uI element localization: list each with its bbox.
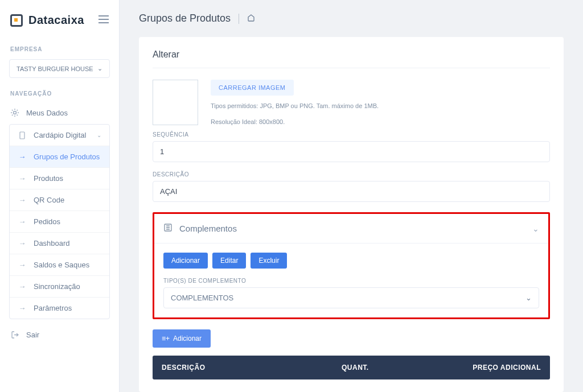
nav-cardapio-digital[interactable]: Cardápio Digital ⌄ [10,125,109,146]
edit-card: Alterar CARREGAR IMAGEM Tipos permitidos… [139,37,564,392]
arrow-right-icon: → [18,282,27,291]
nav-label: Sincronização [34,282,80,291]
brand-logo-icon [10,14,23,27]
nav-grupos-produtos[interactable]: → Grupos de Produtos [10,146,109,167]
chevron-down-icon: ⌄ [525,294,532,302]
complement-type-label: TIPO(S) DE COMPLEMENTO [163,278,539,284]
arrow-right-icon: → [18,196,27,204]
image-placeholder[interactable] [153,80,198,125]
complements-title: Complementos [179,224,237,233]
gear-icon [10,108,19,117]
complements-button-row: Adicionar Editar Excluir [163,253,539,269]
add-row-button[interactable]: ≡+ Adicionar [153,329,211,348]
image-upload-row: CARREGAR IMAGEM Tipos permitidos: JPG, B… [153,80,550,127]
upload-hint-resolution: Resolução Ideal: 800x800. [211,117,550,127]
home-icon[interactable] [247,14,255,23]
plus-list-icon: ≡+ [162,335,170,343]
brand-name: Datacaixa [28,14,84,27]
nav-label: Sair [26,331,39,339]
edit-complement-button[interactable]: Editar [212,253,246,269]
nav-sair[interactable]: Sair [0,324,119,346]
description-label: DESCRIÇÃO [153,171,550,178]
th-description: DESCRIÇÃO [162,364,342,372]
nav-pedidos[interactable]: → Pedidos [10,211,109,232]
chevron-down-icon: ⌄ [97,132,101,138]
sidebar: Datacaixa EMPRESA TASTY BURGUER HOUSE ⌄ … [0,0,120,392]
sequence-label: SEQUÊNCIA [153,131,550,138]
sequence-input[interactable] [153,141,550,162]
main-content: Grupos de Produtos Alterar CARREGAR IMAG… [120,0,583,392]
nav-label: Grupos de Produtos [34,152,100,161]
add-row-label: Adicionar [173,335,202,343]
chevron-down-icon: ⌄ [532,224,539,233]
section-label-empresa: EMPRESA [0,42,119,57]
nav-label: Pedidos [34,217,60,226]
arrow-right-icon: → [18,152,27,161]
th-price: PREÇO ADICIONAL [455,364,541,372]
section-label-navegacao: NAVEGAÇÃO [0,86,119,101]
hamburger-icon[interactable] [98,15,109,25]
nav-parametros[interactable]: → Parâmetros [10,297,109,319]
add-complement-button[interactable]: Adicionar [163,253,208,269]
company-select[interactable]: TASTY BURGUER HOUSE ⌄ [9,59,110,78]
upload-image-button[interactable]: CARREGAR IMAGEM [211,80,294,96]
complements-panel-header[interactable]: Complementos ⌄ [154,214,548,244]
image-info: CARREGAR IMAGEM Tipos permitidos: JPG, B… [211,80,550,127]
complement-type-select[interactable]: COMPLEMENTOS ⌄ [163,287,539,308]
nav-label: QR Code [34,196,64,204]
chevron-down-icon: ⌄ [97,65,102,72]
description-input[interactable] [153,181,550,202]
divider [239,14,239,24]
complements-panel-body: Adicionar Editar Excluir TIPO(S) DE COMP… [154,244,548,317]
complements-panel: Complementos ⌄ Adicionar Editar Excluir … [153,212,550,319]
nav-saldos-saques[interactable]: → Saldos e Saques [10,254,109,275]
company-select-value: TASTY BURGUER HOUSE [17,65,93,72]
svg-point-0 [14,112,17,114]
nav-meus-dados[interactable]: Meus Dados [0,101,119,124]
delete-complement-button[interactable]: Excluir [251,253,287,269]
device-icon [18,131,27,139]
page-header: Grupos de Produtos [139,13,564,24]
nav-label: Dashboard [34,239,70,247]
brand: Datacaixa [0,0,119,42]
page-title: Grupos de Produtos [139,13,231,24]
logout-icon [10,331,19,339]
subnav-cardapio: Cardápio Digital ⌄ → Grupos de Produtos … [9,124,110,319]
nav-dashboard[interactable]: → Dashboard [10,232,109,254]
nav-label: Parâmetros [34,304,72,312]
nav-label: Saldos e Saques [34,261,89,269]
upload-hint-types: Tipos permitidos: JPG, BMP ou PNG. Tam. … [211,101,550,112]
nav-label: Cardápio Digital [34,131,87,139]
nav-produtos[interactable]: → Produtos [10,167,109,189]
list-icon [163,223,173,234]
nav-label: Meus Dados [26,109,68,117]
card-title: Alterar [153,49,550,68]
th-quantity: QUANT. [342,364,455,372]
arrow-right-icon: → [18,261,27,269]
arrow-right-icon: → [18,217,27,226]
arrow-right-icon: → [18,239,27,247]
arrow-right-icon: → [18,174,27,183]
svg-rect-1 [20,132,24,139]
complement-type-value: COMPLEMENTOS [171,294,233,302]
nav-qr-code[interactable]: → QR Code [10,189,109,211]
items-table-header: DESCRIÇÃO QUANT. PREÇO ADICIONAL [153,356,550,379]
nav-sincronizacao[interactable]: → Sincronização [10,275,109,297]
nav-label: Produtos [34,174,63,183]
arrow-right-icon: → [18,304,27,312]
